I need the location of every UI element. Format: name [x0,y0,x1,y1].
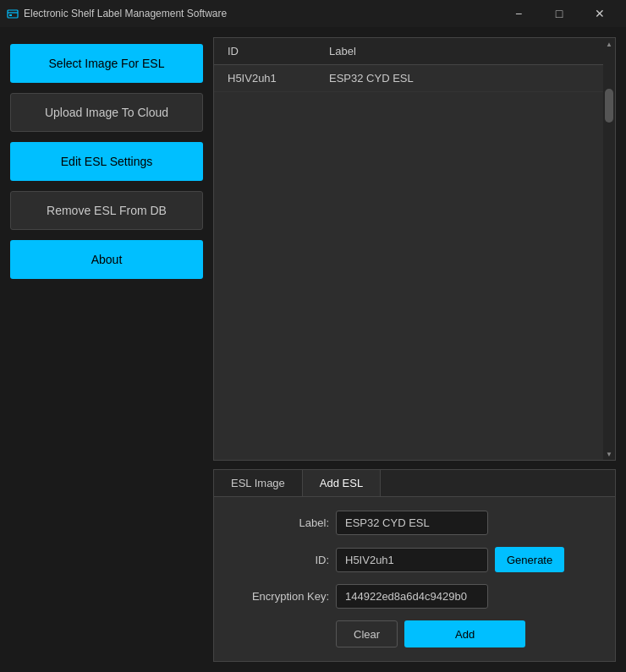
clear-button[interactable]: Clear [336,620,398,647]
left-panel: Select Image For ESL Upload Image To Clo… [10,37,203,662]
svg-rect-2 [9,14,12,16]
about-button[interactable]: About [10,240,203,279]
id-field-label: ID: [228,554,329,566]
label-input[interactable] [336,511,488,535]
tab-esl-image[interactable]: ESL Image [214,470,303,496]
id-row: ID: Generate [228,547,601,572]
tabs-bar: ESL Image Add ESL [213,469,616,496]
scrollbar-arrow-down[interactable]: ▼ [603,448,615,460]
title-bar: Electronic Shelf Label Management Softwa… [0,0,626,27]
label-row: Label: [228,511,601,535]
action-row: Clear Add [228,620,601,647]
esl-table: ID Label H5IV2uh1 ESP32 CYD ESL ▲ ▼ [213,37,616,461]
form-area: Label: ID: Generate Encryption Key: Clea… [213,496,616,662]
scrollbar-arrow-up[interactable]: ▲ [603,38,615,50]
remove-esl-button[interactable]: Remove ESL From DB [10,191,203,230]
select-image-button[interactable]: Select Image For ESL [10,44,203,83]
app-icon [7,8,19,19]
table-body: H5IV2uh1 ESP32 CYD ESL [214,65,615,460]
title-bar-left: Electronic Shelf Label Management Softwa… [7,8,227,19]
minimize-button[interactable]: − [499,2,538,25]
table-row[interactable]: H5IV2uh1 ESP32 CYD ESL [214,65,615,92]
tab-add-esl[interactable]: Add ESL [303,470,381,496]
title-bar-controls: − □ ✕ [499,2,619,25]
maximize-button[interactable]: □ [540,2,579,25]
close-button[interactable]: ✕ [580,2,619,25]
table-cell-label: ESP32 CYD ESL [316,65,427,91]
right-panel: ID Label H5IV2uh1 ESP32 CYD ESL ▲ ▼ ESL … [213,37,616,662]
svg-rect-0 [8,10,18,18]
column-header-label: Label [316,38,417,64]
label-field-label: Label: [228,516,329,529]
edit-settings-button[interactable]: Edit ESL Settings [10,142,203,181]
table-cell-id: H5IV2uh1 [214,65,316,91]
encryption-key-row: Encryption Key: [228,584,601,609]
generate-button[interactable]: Generate [495,547,564,572]
main-content: Select Image For ESL Upload Image To Clo… [0,27,626,672]
scrollbar-track[interactable]: ▲ ▼ [603,38,615,460]
column-header-id: ID [214,38,316,64]
window-title: Electronic Shelf Label Management Softwa… [24,8,227,19]
id-input[interactable] [336,548,488,572]
encryption-key-label: Encryption Key: [228,590,329,603]
scrollbar-thumb[interactable] [605,89,613,123]
add-button[interactable]: Add [404,620,525,647]
table-header: ID Label [214,38,615,65]
encryption-key-input[interactable] [336,584,488,609]
upload-image-button[interactable]: Upload Image To Cloud [10,93,203,132]
